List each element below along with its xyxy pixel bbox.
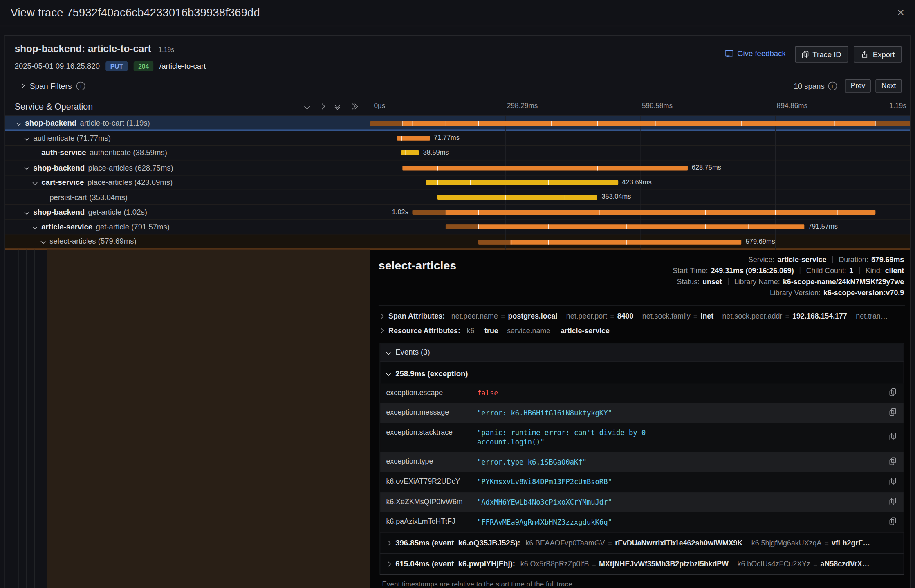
attr-key: k6.BEAAOFvp0TaamGV <box>525 539 605 547</box>
event-attribute-row: exception.escapefalse <box>380 383 904 403</box>
trace-row[interactable]: auth-serviceauthenticate (38.59ms)38.59m… <box>5 146 910 160</box>
close-icon[interactable]: ✕ <box>897 8 905 18</box>
trace-row[interactable]: article-serviceget-article (791.57ms)791… <box>5 220 910 234</box>
timeline-ruler: 0µs298.29ms596.58ms894.86ms1.19s <box>370 97 910 116</box>
span-duration-bar[interactable] <box>478 240 742 244</box>
child-span-marker <box>401 136 401 140</box>
span-duration-bar[interactable] <box>445 225 804 229</box>
span-bar-cell[interactable]: 628.75ms <box>370 161 910 175</box>
exception-event-header[interactable]: 258.9ms (exception) <box>380 361 904 383</box>
chevron-down-icon[interactable] <box>17 121 25 125</box>
chevron-down-icon[interactable] <box>41 240 49 243</box>
span-duration-bar[interactable] <box>397 136 430 140</box>
span-duration-bar[interactable] <box>426 180 618 185</box>
span-name-cell[interactable]: select-articles (579.69ms) <box>5 235 370 248</box>
equals-sign: = <box>592 560 596 568</box>
copy-icon[interactable] <box>890 457 896 468</box>
copy-icon[interactable] <box>890 517 896 527</box>
span-duration-label: 423.69ms <box>618 179 656 186</box>
span-name-cell[interactable]: shop-backendget-article (1.02s) <box>5 205 370 219</box>
copy-glyph <box>890 478 896 485</box>
copy-icon[interactable] <box>890 497 896 507</box>
chevron-down-icon[interactable] <box>25 136 33 140</box>
chevron-right-icon[interactable] <box>20 83 25 88</box>
span-name-cell[interactable]: authenticate (71.77ms) <box>5 131 370 145</box>
trace-row[interactable]: shop-backendplace-articles (628.75ms)628… <box>5 161 910 175</box>
trace-rows: shop-backendarticle-to-cart (1.19s)authe… <box>5 116 910 249</box>
trace-row[interactable]: select-articles (579.69ms)579.69ms <box>5 235 910 249</box>
child-span-marker <box>505 195 506 200</box>
child-span-marker <box>551 121 552 126</box>
give-feedback-link[interactable]: Give feedback <box>725 49 786 58</box>
copy-icon <box>802 50 809 58</box>
span-name-cell[interactable]: shop-backendarticle-to-cart (1.19s) <box>5 116 370 130</box>
prev-button[interactable]: Prev <box>845 79 871 92</box>
span-name-cell[interactable]: auth-serviceauthenticate (38.59ms) <box>5 146 370 160</box>
expand-one-icon[interactable] <box>319 103 325 109</box>
trace-id-button[interactable]: Trace ID <box>795 46 848 63</box>
trace-row[interactable]: shop-backendarticle-to-cart (1.19s) <box>5 116 910 131</box>
span-duration-bar[interactable] <box>370 121 910 126</box>
span-attributes-row[interactable]: Span Attributes: net.peer.name=postgres.… <box>380 312 905 320</box>
bar-shade <box>370 121 402 126</box>
span-meta: Service:article-serviceDuration:579.69ms… <box>673 255 905 296</box>
copy-icon[interactable] <box>890 388 896 398</box>
span-bar-cell[interactable]: 1.02s <box>370 205 910 219</box>
trace-row[interactable]: persist-cart (353.04ms)353.04ms <box>5 190 910 205</box>
meta-value: k6-scope-name/24kN7MSKf29y7we <box>783 277 904 285</box>
resource-attributes-row[interactable]: Resource Attributes: k6=trueservice.name… <box>380 326 905 334</box>
child-span-marker <box>597 166 598 170</box>
span-bar-cell[interactable]: 38.59ms <box>370 146 910 160</box>
span-operation: authenticate (71.77ms) <box>33 134 111 142</box>
span-filters-label[interactable]: Span Filters <box>30 81 72 90</box>
copy-icon[interactable] <box>890 432 896 443</box>
span-operation: place-articles (423.69ms) <box>87 178 173 186</box>
span-name-cell[interactable]: article-serviceget-article (791.57ms) <box>5 220 370 234</box>
attr-value: article-service <box>561 326 610 334</box>
span-bar-cell[interactable]: 791.57ms <box>370 220 910 234</box>
span-bar-cell[interactable] <box>370 116 910 130</box>
chevron-down-icon[interactable] <box>33 225 41 229</box>
trace-row[interactable]: authenticate (71.77ms)71.77ms <box>5 131 910 146</box>
child-span-marker <box>470 180 471 185</box>
meta-key: Start Time: <box>673 266 708 274</box>
span-name-cell[interactable]: cart-serviceplace-articles (423.69ms) <box>5 175 370 190</box>
trace-row[interactable]: shop-backendget-article (1.02s)1.02s <box>5 205 910 220</box>
copy-icon[interactable] <box>890 408 896 418</box>
export-label: Export <box>873 50 895 58</box>
export-button[interactable]: Export <box>854 46 902 63</box>
child-span-marker <box>402 121 403 126</box>
chevron-right-icon <box>386 561 391 566</box>
chevron-down-icon[interactable] <box>33 181 41 184</box>
span-count: 10 spans i <box>794 81 837 90</box>
meta-key: Library Name: <box>734 277 780 285</box>
span-name-cell[interactable]: persist-cart (353.04ms) <box>5 190 370 204</box>
span-name-cell[interactable]: shop-backendplace-articles (628.75ms) <box>5 161 370 175</box>
meta-key: Child Count: <box>806 266 846 274</box>
span-duration-bar[interactable] <box>401 150 419 155</box>
span-bar-cell[interactable]: 71.77ms <box>370 131 910 145</box>
copy-icon[interactable] <box>890 477 896 487</box>
span-service-name: shop-backend <box>25 119 76 127</box>
trace-row[interactable]: cart-serviceplace-articles (423.69ms)423… <box>5 175 910 190</box>
span-duration-bar[interactable] <box>413 210 875 214</box>
chevron-down-icon[interactable] <box>25 210 33 214</box>
span-duration-bar[interactable] <box>437 195 598 200</box>
expand-all-icon[interactable] <box>350 104 357 108</box>
span-duration-bar[interactable] <box>402 166 688 170</box>
attr-key: k6.Ox5rB8pRzZp0lfB <box>520 560 589 568</box>
resource-attributes-label: Resource Attributes: <box>388 326 460 334</box>
next-button[interactable]: Next <box>876 79 902 92</box>
collapsed-event-row[interactable]: 615.04ms (event_k6.pwpiYHjFhj):k6.Ox5rB8… <box>380 553 904 574</box>
span-bar-cell[interactable]: 423.69ms <box>370 175 910 190</box>
attr-value: rEvDUaNwrrixlTb1e462sh0wiWMX9K <box>615 539 742 547</box>
collapse-one-icon[interactable] <box>304 103 310 109</box>
collapsed-event-row[interactable]: 396.85ms (event_k6.oQ35JBJ52S):k6.BEAAOF… <box>380 532 904 553</box>
events-header[interactable]: Events (3) <box>380 343 904 361</box>
span-bar-cell[interactable]: 353.04ms <box>370 190 910 204</box>
span-bar-cell[interactable]: 579.69ms <box>370 235 910 248</box>
chevron-down-icon[interactable] <box>25 166 33 170</box>
separator <box>832 256 833 263</box>
span-duration-label: 38.59ms <box>419 149 453 156</box>
collapse-all-icon[interactable] <box>335 103 339 109</box>
